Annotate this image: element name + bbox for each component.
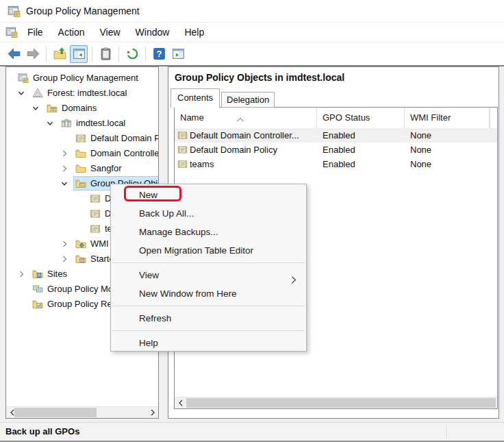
starter-folder-icon [75,254,86,265]
toolbar-separator [118,47,119,62]
gpmc-console-icon [5,26,18,38]
toolbar: ? [0,42,504,65]
cell-status: Enabled [323,128,355,143]
show-action-pane-button[interactable] [169,45,187,63]
menu-separator [112,330,305,331]
column-divider [490,108,490,128]
gpo-icon [75,133,86,144]
menu-action[interactable]: Action [51,23,92,42]
context-menu-item-help[interactable]: Help [111,334,306,352]
tree-item-label: Forest: imdtest.local [47,86,127,101]
chevron-right-icon[interactable] [60,255,68,263]
svg-text:?: ? [156,49,162,59]
tree-item-sangfor[interactable]: Sangfor [6,161,158,176]
chevron-right-icon[interactable] [60,164,68,173]
group-policy-management-window: Group Policy Management FileActionViewWi… [0,0,504,442]
menu-file[interactable]: File [20,23,51,42]
cell-name: teams [190,157,214,171]
chevron-right-icon[interactable] [60,149,68,158]
results-icon [32,299,43,310]
console-icon [18,73,29,84]
cell-status: Enabled [323,143,355,157]
folder-icon [75,163,86,174]
sort-ascending-icon [236,109,244,114]
sites-folder-icon [32,269,43,280]
menu-help[interactable]: Help [177,23,212,42]
wmi-folder-icon [75,238,86,249]
scrollbar-thumb[interactable] [14,408,97,417]
scroll-right-icon[interactable] [147,407,158,418]
refresh-button[interactable] [123,45,141,63]
up-one-level-button[interactable] [51,45,68,63]
forward-button[interactable] [24,45,42,63]
properties-button[interactable] [97,45,114,63]
tree-item-label: Domains [62,101,97,116]
tree-item-forest-imdtest-local[interactable]: Forest: imdtest.local [6,86,158,101]
context-menu-item-refresh[interactable]: Refresh [111,309,306,328]
menu-bar: FileActionViewWindowHelp [0,23,504,42]
tree-item-default-domain-policy[interactable]: Default Domain Policy [6,131,158,146]
list-column-headers: NameGPO StatusWMI Filter [175,108,497,129]
gpo-folder-icon [75,178,86,189]
submenu-arrow-icon [291,271,298,279]
window-title: Group Policy Management [26,0,140,22]
help-button[interactable]: ? [150,45,168,63]
column-header-name[interactable]: Name [175,108,317,128]
chevron-right-icon[interactable] [17,270,25,278]
action-pane-icon [171,47,186,61]
column-header-wmi-filter[interactable]: WMI Filter [405,108,490,128]
tree-item-label: Sangfor [90,161,122,176]
tree-item-group-policy-management[interactable]: Group Policy Management [6,71,158,86]
menu-separator [112,262,305,263]
status-bar-divider [446,426,448,438]
context-menu-item-new-window-from-here[interactable]: New Window from Here [111,284,306,303]
gpo-icon [90,223,101,234]
scrollbar-thumb[interactable] [186,398,496,408]
table-row-default-domain-controller[interactable]: Default Domain Controller...EnabledNone [175,128,497,143]
forest-icon [32,88,43,99]
toolbar-separator [92,47,92,62]
tree-horizontal-scrollbar[interactable] [6,406,158,418]
gpmc-console-icon [8,5,21,18]
up-one-level-icon [53,47,67,61]
tab-delegation[interactable]: Delegation [221,92,275,108]
refresh-icon [125,47,140,61]
table-row-default-domain-policy[interactable]: Default Domain PolicyEnabledNone [175,143,497,157]
domain-icon [61,118,72,129]
show-console-tree-button[interactable] [70,45,88,63]
scroll-left-icon[interactable] [175,397,186,408]
context-menu-item-manage-backups[interactable]: Manage Backups... [111,223,306,241]
tree-item-imdtest-local[interactable]: imdtest.local [6,116,158,131]
chevron-right-icon[interactable] [60,240,68,248]
domains-folder-icon [47,103,58,114]
menu-view[interactable]: View [92,23,127,42]
context-menu-item-new[interactable]: New [111,186,306,204]
console-tree-icon [72,47,86,61]
chevron-down-icon[interactable] [60,180,68,188]
cell-wmi: None [410,143,431,157]
results-pane-title: Group Policy Objects in imdtest.local [175,72,344,83]
forward-icon [26,47,40,61]
context-menu-item-back-up-all[interactable]: Back Up All... [111,204,306,223]
back-button[interactable] [5,45,23,63]
tree-item-label: Default Domain Policy [90,131,158,146]
table-row-teams[interactable]: teamsEnabledNone [175,157,497,171]
gpo-icon [177,159,188,169]
chevron-down-icon[interactable] [17,89,25,97]
context-menu-item-open-migration-table-editor[interactable]: Open Migration Table Editor [111,241,306,260]
help-icon: ? [152,47,166,61]
context-menu-item-view[interactable]: View [111,266,306,284]
back-icon [7,47,21,61]
tree-item-label: imdtest.local [76,116,125,131]
chevron-down-icon[interactable] [32,104,40,112]
gpo-icon [90,208,101,219]
tab-contents[interactable]: Contents [171,88,220,108]
tree-item-domains[interactable]: Domains [6,101,158,116]
menu-window[interactable]: Window [128,23,177,42]
gpo-icon [177,130,188,140]
tree-item-domain-controllers[interactable]: Domain Controllers [6,146,158,161]
chevron-down-icon[interactable] [46,119,54,127]
list-horizontal-scrollbar[interactable] [175,397,497,408]
gpo-icon [90,193,101,204]
column-header-gpo-status[interactable]: GPO Status [317,108,405,128]
